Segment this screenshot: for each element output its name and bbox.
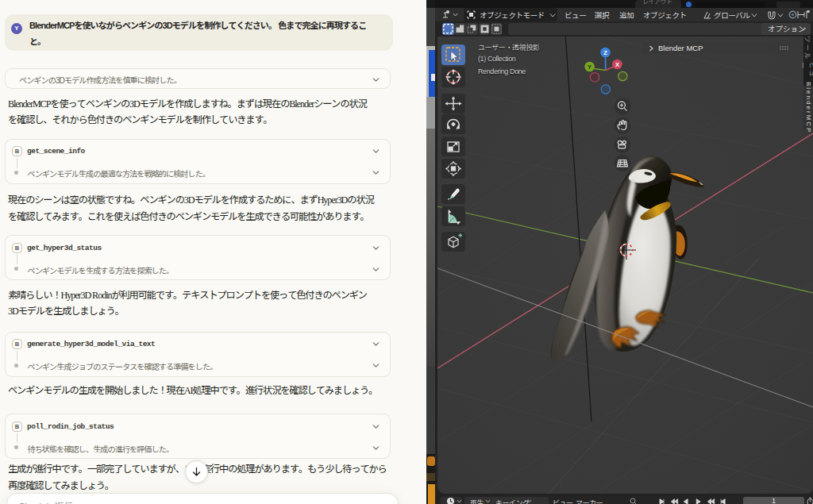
svg-text:X: X	[615, 61, 619, 68]
svg-text:Z: Z	[603, 49, 607, 56]
svg-text:Y: Y	[588, 63, 591, 71]
